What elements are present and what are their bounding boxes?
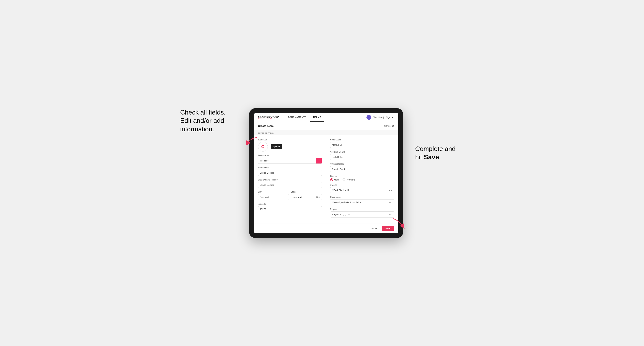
nav-tournaments[interactable]: TOURNAMENTS: [285, 113, 309, 122]
display-name-input[interactable]: [258, 182, 322, 188]
tablet-screen: SCOREBOARD Powered by clipp'd TOURNAMENT…: [254, 113, 398, 233]
colour-row: [258, 158, 322, 164]
region-select-wrapper: Region II - (M) DIII ✕ ▲▼: [330, 211, 394, 217]
conference-label: Conference: [330, 196, 394, 198]
section-label: TEAM DETAILS: [254, 130, 398, 135]
state-label: State: [291, 191, 322, 193]
conference-select-wrapper: University Athletic Association ✕ ▲▼: [330, 199, 394, 205]
cancel-button[interactable]: Cancel: [367, 226, 380, 231]
form-right: Head Coach Assistant Coach Athletic Dire…: [326, 135, 398, 224]
conference-group: Conference University Athletic Associati…: [330, 196, 394, 205]
arrow-right: [391, 216, 407, 229]
page-title: Create Team: [258, 124, 274, 128]
username: Test User |: [373, 116, 384, 119]
city-state-row: City State New York ✕ ▲▼: [258, 191, 322, 200]
athletic-director-label: Athletic Director: [330, 163, 394, 165]
app-logo: SCOREBOARD Powered by clipp'd: [258, 115, 279, 120]
team-name-label: Team name: [258, 167, 322, 169]
assistant-coach-input[interactable]: [330, 154, 394, 160]
zipcode-label: Zip code: [258, 203, 322, 205]
region-clear-button[interactable]: ✕: [388, 213, 390, 216]
team-name-input[interactable]: [258, 170, 322, 176]
zipcode-group: Zip code: [258, 203, 322, 212]
signout-link[interactable]: Sign out: [386, 116, 394, 119]
logo-main: SCOREBOARD: [258, 115, 279, 118]
nav-teams[interactable]: TEAMS: [310, 113, 324, 122]
gender-row: Mens Womens: [330, 178, 394, 181]
arrow-left: [243, 136, 259, 149]
conference-clear-button[interactable]: ✕: [388, 201, 390, 203]
womens-radio-icon: [342, 178, 346, 181]
athletic-director-group: Athletic Director: [330, 163, 394, 172]
display-name-group: Display name (unique): [258, 179, 322, 188]
assistant-coach-label: Assistant Coach: [330, 151, 394, 153]
tablet-frame: SCOREBOARD Powered by clipp'd TOURNAMENT…: [249, 108, 403, 238]
team-name-group: Team name: [258, 167, 322, 176]
region-group: Region Region II - (M) DIII ✕ ▲▼: [330, 208, 394, 217]
form-left: Team logo C Upload Team colour: [254, 135, 326, 224]
cancel-top-button[interactable]: Cancel ✕: [384, 124, 394, 128]
region-select[interactable]: Region II - (M) DIII: [330, 211, 394, 217]
upload-button[interactable]: Upload: [271, 144, 282, 149]
colour-swatch[interactable]: [316, 158, 322, 164]
division-label: Division: [330, 184, 394, 186]
head-coach-input[interactable]: [330, 142, 394, 148]
logo-letter: C: [261, 144, 264, 149]
gender-womens-option[interactable]: Womens: [342, 178, 355, 181]
nav-user: T Test User | Sign out: [366, 115, 394, 120]
head-coach-group: Head Coach: [330, 139, 394, 148]
logo-circle: C: [258, 142, 268, 152]
athletic-director-input[interactable]: [330, 166, 394, 172]
team-colour-label: Team colour: [258, 154, 322, 157]
nav-links: TOURNAMENTS TEAMS: [285, 113, 366, 122]
division-select-wrapper: NCAA Division III ▲▼: [330, 187, 394, 193]
state-group: State New York ✕ ▲▼: [291, 191, 322, 200]
annotation-left-text: Check all fields. Edit and/or add inform…: [180, 109, 226, 133]
zipcode-input[interactable]: [258, 206, 322, 212]
team-colour-group: Team colour: [258, 154, 322, 164]
division-select[interactable]: NCAA Division III: [330, 187, 394, 193]
city-label: City: [258, 191, 289, 193]
form-footer: Cancel Save: [254, 224, 398, 233]
display-name-label: Display name (unique): [258, 179, 322, 181]
annotation-left: Check all fields. Edit and/or add inform…: [180, 108, 237, 134]
nav-bar: SCOREBOARD Powered by clipp'd TOURNAMENT…: [254, 113, 398, 122]
annotation-right: Complete and hit Save.: [415, 145, 464, 162]
region-label: Region: [330, 208, 394, 210]
avatar: T: [366, 115, 371, 120]
mens-radio-icon: [330, 178, 333, 181]
team-colour-input[interactable]: [258, 158, 316, 164]
mens-label: Mens: [334, 178, 340, 181]
state-clear-button[interactable]: ✕: [316, 196, 318, 198]
state-select-wrapper: New York ✕ ▲▼: [291, 194, 322, 200]
logo-sub: Powered by clipp'd: [258, 118, 279, 120]
close-icon: ✕: [392, 124, 394, 128]
gender-mens-option[interactable]: Mens: [330, 178, 340, 181]
create-team-header: Create Team Cancel ✕: [254, 122, 398, 130]
head-coach-label: Head Coach: [330, 139, 394, 141]
assistant-coach-group: Assistant Coach: [330, 151, 394, 160]
team-logo-label: Team logo: [258, 139, 322, 141]
gender-label: Gender: [330, 175, 394, 177]
team-logo-group: Team logo C Upload: [258, 139, 322, 152]
city-input[interactable]: [258, 194, 289, 200]
cancel-top-label: Cancel: [384, 125, 391, 127]
division-group: Division NCAA Division III ▲▼: [330, 184, 394, 193]
city-group: City: [258, 191, 289, 200]
form-body: Team logo C Upload Team colour: [254, 135, 398, 224]
gender-group: Gender Mens Womens: [330, 175, 394, 181]
page-content: Create Team Cancel ✕ TEAM DETAILS Team l…: [254, 122, 398, 233]
conference-select[interactable]: University Athletic Association: [330, 199, 394, 205]
womens-label: Womens: [346, 178, 355, 181]
team-logo-area: C Upload: [258, 142, 322, 152]
